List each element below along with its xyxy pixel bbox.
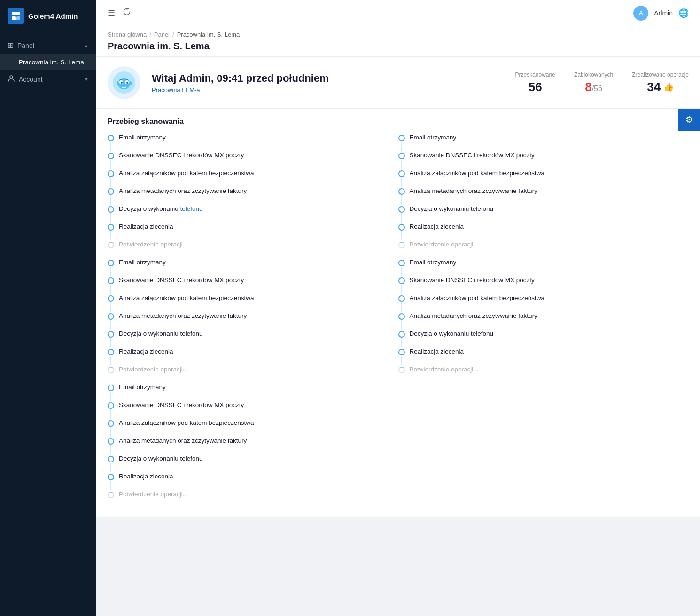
svg-rect-12: [117, 81, 119, 85]
step-pending: Potwierdzenie operacji...: [398, 239, 674, 251]
step-item: Skanowanie DNSSEC i rekordów MX poczty: [108, 399, 383, 411]
step-label: Realizacja zlecenia: [119, 223, 173, 230]
svg-rect-11: [122, 87, 126, 88]
step-item: Realizacja zlecenia: [108, 470, 383, 483]
step-label: Realizacja zlecenia: [119, 348, 173, 355]
step-label: Decyzja o wykonaniu telefonu: [119, 205, 203, 212]
step-label: Email otrzymany: [119, 134, 166, 141]
panel-icon: ⊞: [8, 41, 14, 50]
chevron-up-icon: ▲: [84, 43, 89, 48]
blocked-total-value: /56: [592, 85, 602, 92]
step-item: Decyzja o wykonaniu telefonu: [108, 328, 383, 340]
sidebar-logo: Golem4 Admin: [0, 0, 96, 32]
step-dot-icon: [398, 277, 405, 284]
step-item: Analiza załączników pod katem bezpieczeń…: [108, 167, 383, 179]
step-item: Email otrzymany: [108, 381, 383, 393]
step-group-0-0: Email otrzymanySkanowanie DNSSEC i rekor…: [108, 131, 383, 251]
breadcrumb-panel[interactable]: Panel: [154, 31, 170, 38]
step-label: Email otrzymany: [410, 134, 457, 141]
pending-label: Potwierdzenie operacji...: [119, 241, 188, 248]
sidebar-item-account-label: Account: [19, 76, 43, 83]
step-dot-icon: [108, 135, 114, 141]
svg-rect-0: [12, 12, 16, 15]
avatar: A: [633, 6, 648, 21]
step-item: Decyzja o wykonaniu telefonu: [398, 203, 674, 215]
stat-scanned-value: 56: [515, 80, 555, 94]
step-dot-icon: [398, 153, 405, 159]
logo-icon: [8, 8, 24, 24]
step-label: Email otrzymany: [119, 384, 166, 391]
step-dot-icon: [108, 420, 114, 427]
sidebar: Golem4 Admin ⊞ Panel ▲ Pracownia im. S. …: [0, 0, 96, 616]
step-dot-icon: [398, 170, 405, 177]
panel-content: ⚙ Przebieg skanowania Email otrzymanySka…: [96, 109, 700, 517]
pending-label: Potwierdzenie operacji...: [119, 491, 188, 498]
refresh-icon[interactable]: [123, 8, 131, 18]
settings-button[interactable]: ⚙: [678, 109, 700, 131]
app-name: Golem4 Admin: [28, 12, 78, 20]
step-label: Analiza metadanych oraz zczytywanie fakt…: [119, 312, 247, 319]
step-label: Decyzja o wykonaniu telefonu: [410, 205, 494, 212]
step-dot-icon: [398, 188, 405, 195]
stat-done-value-area: 34 👍: [632, 80, 689, 94]
step-dot-icon: [108, 438, 114, 445]
step-item: Realizacja zlecenia: [108, 346, 383, 358]
step-label: Skanowanie DNSSEC i rekordów MX poczty: [119, 401, 244, 408]
step-item: Analiza załączników pod katem bezpieczeń…: [398, 292, 674, 304]
blocked-red-value: 8: [585, 80, 591, 94]
step-item: Decyzja o wykonaniu telefonu: [108, 453, 383, 465]
stats-area: Przeskanowane 56 Zablokowanych 8/56 Zrea…: [515, 71, 689, 94]
step-label: Skanowanie DNSSEC i rekordów MX poczty: [119, 152, 244, 159]
topbar-right: A Admin 🌐: [633, 6, 689, 21]
account-icon: [8, 75, 15, 84]
step-dot-icon: [108, 385, 114, 391]
step-item: Analiza metadanych oraz zczytywanie fakt…: [108, 310, 383, 322]
thumb-up-icon: 👍: [663, 82, 674, 92]
step-dot-icon: [108, 456, 114, 462]
sidebar-item-panel[interactable]: ⊞ Panel ▲: [0, 36, 96, 54]
step-dot-icon: [398, 295, 405, 302]
step-dot-icon: [398, 135, 405, 141]
step-label: Analiza załączników pod katem bezpieczeń…: [119, 419, 254, 426]
step-dot-icon: [398, 224, 405, 231]
step-group-1-1: Email otrzymanySkanowanie DNSSEC i rekor…: [398, 256, 674, 376]
content-area: Strona główna / Panel / Pracownia im. S.…: [96, 26, 700, 616]
stat-done-label: Zrealizowane operacje: [632, 71, 689, 78]
pending-label: Potwierdzenie operacji...: [410, 241, 479, 248]
step-label: Analiza załączników pod katem bezpieczeń…: [119, 294, 254, 301]
step-link[interactable]: telefonu: [180, 205, 203, 212]
sidebar-item-pracownia[interactable]: Pracownia im. S. Lema: [0, 54, 96, 70]
step-item: Analiza metadanych oraz zczytywanie fakt…: [398, 310, 674, 322]
globe-icon[interactable]: 🌐: [678, 8, 689, 18]
step-dot-icon: [398, 206, 405, 213]
sidebar-item-pracownia-label: Pracownia im. S. Lema: [19, 59, 84, 66]
step-label: Email otrzymany: [119, 259, 166, 266]
topbar-left: ☰: [108, 8, 131, 18]
step-dot-icon: [108, 277, 114, 284]
breadcrumb-home[interactable]: Strona główna: [108, 31, 147, 38]
header-info: Witaj Admin, 09:41 przed południem Praco…: [152, 72, 504, 93]
svg-rect-2: [12, 16, 16, 20]
step-item: Realizacja zlecenia: [108, 221, 383, 233]
step-label: Email otrzymany: [410, 259, 457, 266]
step-pending: Potwierdzenie operacji...: [108, 488, 383, 500]
svg-point-10: [126, 82, 128, 84]
page-title: Pracownia im. S. Lema: [108, 41, 689, 52]
header-card: Witaj Admin, 09:41 przed południem Praco…: [96, 57, 700, 109]
step-group-1-0: Email otrzymanySkanowanie DNSSEC i rekor…: [398, 131, 674, 251]
spinner-icon: [108, 242, 114, 248]
step-pending: Potwierdzenie operacji...: [398, 363, 674, 376]
menu-toggle-icon[interactable]: ☰: [108, 8, 115, 18]
spinner-icon: [108, 492, 114, 498]
step-label: Decyzja o wykonaniu telefonu: [410, 330, 494, 337]
step-dot-icon: [108, 349, 114, 355]
svg-point-9: [121, 82, 123, 84]
step-item: Email otrzymany: [108, 131, 383, 144]
step-item: Analiza metadanych oraz zczytywanie fakt…: [108, 185, 383, 197]
step-item: Analiza metadanych oraz zczytywanie fakt…: [108, 435, 383, 447]
sidebar-item-account[interactable]: Account ▼: [0, 70, 96, 89]
step-dot-icon: [398, 313, 405, 320]
step-label: Decyzja o wykonaniu telefonu: [119, 455, 203, 462]
svg-rect-3: [16, 16, 20, 20]
step-item: Skanowanie DNSSEC i rekordów MX poczty: [108, 274, 383, 286]
